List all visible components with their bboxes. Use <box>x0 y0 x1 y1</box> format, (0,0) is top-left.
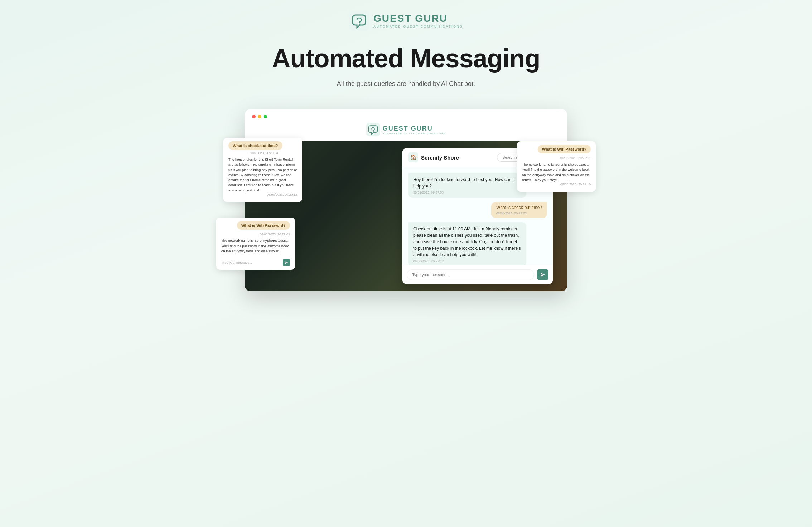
msg-user-1: What is check-out time? 08/08/2023, 20:2… <box>491 202 547 218</box>
logo-tagline: AUTOMATED GUEST COMMUNICATIONS <box>373 25 463 28</box>
float-input-bl: Type your message... <box>221 257 290 266</box>
float-card-bottom-left: What is Wifi Password? 06/08/2023, 20:29… <box>216 218 295 270</box>
hero-title: Automated Messaging <box>272 44 540 73</box>
msg-bot-2: Check-out time is at 11:00 AM. Just a fr… <box>408 222 526 265</box>
msg-bot-text-2: Check-out time is at 11:00 AM. Just a fr… <box>413 226 521 258</box>
float-ts-bl: 06/08/2023, 20:29:09 <box>221 233 290 236</box>
float-question-top-right: What is Wifi Password? <box>538 145 591 153</box>
send-icon <box>540 272 545 277</box>
logo-name: GUEST GURU <box>373 14 463 24</box>
msg-ts-1: 30/01/2023, 09:37:53 <box>413 191 521 194</box>
float-ts-tr-a: 06/08/2023, 20:29:10 <box>522 182 591 186</box>
msg-ts-3: 06/08/2023, 20:29:12 <box>413 259 521 263</box>
browser-logo-name: GUEST GURU <box>383 125 446 132</box>
logo-icon <box>349 11 369 31</box>
dot-green <box>264 115 267 118</box>
hero-subtitle: All the guest queries are handled by AI … <box>337 80 475 88</box>
browser-dots <box>252 115 267 118</box>
dot-red <box>252 115 256 118</box>
dot-yellow <box>258 115 261 118</box>
float-input-text-bl: Type your message... <box>221 261 281 264</box>
browser-logo-icon <box>366 123 380 136</box>
svg-rect-0 <box>349 11 369 31</box>
msg-bot-1: Hey there! I'm looking forward to host y… <box>408 173 526 198</box>
float-ts-tl-a: 06/08/2023, 20:29:12 <box>228 193 297 196</box>
msg-ts-2: 08/08/2023, 20:29:03 <box>496 211 542 215</box>
logo-area: GUEST GURU AUTOMATED GUEST COMMUNICATION… <box>349 11 463 31</box>
msg-bot-text-1: Hey there! I'm looking forward to host y… <box>413 176 521 189</box>
demo-wrapper: What is check-out time? 06/08/2023, 20:2… <box>245 109 567 291</box>
browser-header: GUEST GURU AUTOMATED GUEST COMMUNICATION… <box>245 109 567 141</box>
float-card-top-left: What is check-out time? 06/08/2023, 20:2… <box>223 138 302 202</box>
float-ts-tl: 06/08/2023, 20:29:03 <box>228 151 297 155</box>
home-icon: 🏠 <box>408 152 418 162</box>
browser-logo-area: GUEST GURU AUTOMATED GUEST COMMUNICATION… <box>366 123 446 136</box>
float-ts-tr: 06/08/2023, 20:29:11 <box>522 156 591 160</box>
msg-user-text-1: What is check-out time? <box>496 205 542 210</box>
float-answer-bottom-left: The network name is 'SerenityShoresGuest… <box>221 238 290 254</box>
browser-logo-tagline: AUTOMATED GUEST COMMUNICATIONS <box>383 132 446 135</box>
chat-panel-title: 🏠 Serenity Shore <box>408 152 459 162</box>
float-card-top-right: What is Wifi Password? 06/08/2023, 20:29… <box>517 141 596 192</box>
property-name: Serenity Shore <box>421 155 459 161</box>
send-button[interactable] <box>537 269 548 280</box>
float-question-top-left: What is check-out time? <box>228 141 282 150</box>
float-answer-top-left: The house rules for this Short-Term Rent… <box>228 157 297 193</box>
float-send-btn-bl[interactable] <box>283 259 290 266</box>
svg-rect-1 <box>366 123 380 136</box>
logo-text-block: GUEST GURU AUTOMATED GUEST COMMUNICATION… <box>373 14 463 28</box>
browser-logo-text: GUEST GURU AUTOMATED GUEST COMMUNICATION… <box>383 125 446 135</box>
chat-input[interactable] <box>407 269 534 280</box>
float-answer-top-right: The network name is 'SerenityShoresGuest… <box>522 162 591 182</box>
chat-input-area <box>402 265 553 284</box>
float-question-bottom-left: What is Wifi Password? <box>237 221 290 230</box>
